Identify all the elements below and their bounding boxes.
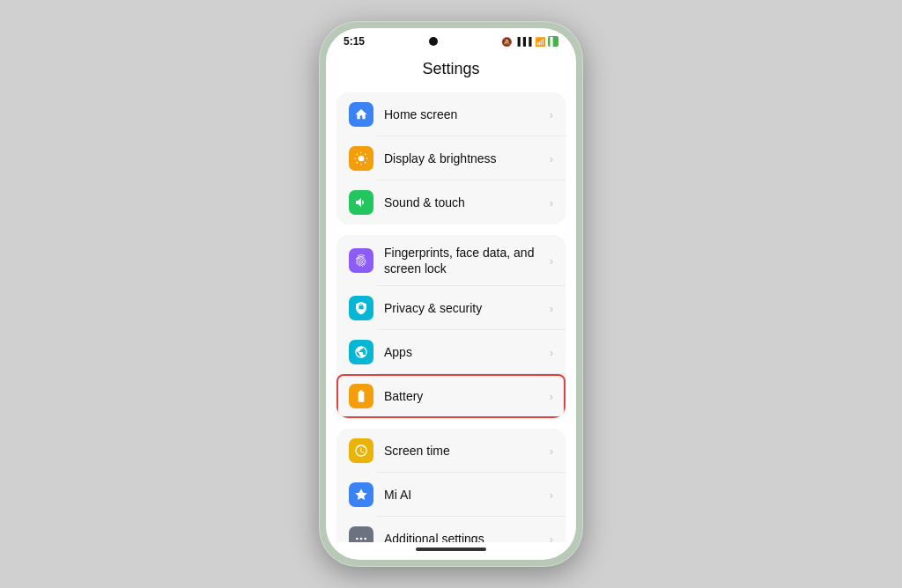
mi-ai-icon: [349, 482, 373, 507]
bottom-bar: [326, 542, 576, 560]
sound-touch-chevron: ›: [550, 196, 553, 209]
privacy-security-label: Privacy & security: [384, 300, 546, 316]
svg-marker-1: [355, 489, 366, 501]
settings-item-home-screen[interactable]: Home screen ›: [336, 92, 566, 136]
screen-time-chevron: ›: [550, 445, 553, 458]
additional-settings-chevron: ›: [550, 533, 553, 542]
settings-content: Settings Home screen › Display & brightn…: [326, 51, 576, 542]
svg-point-4: [364, 538, 366, 540]
settings-item-additional-settings[interactable]: Additional settings ›: [336, 517, 566, 542]
privacy-security-chevron: ›: [550, 302, 553, 315]
privacy-security-icon: [349, 296, 373, 320]
settings-item-mi-ai[interactable]: Mi AI ›: [336, 473, 566, 517]
apps-label: Apps: [384, 344, 546, 360]
phone-frame: 5:15 🔕 ▐▐▐ 📶 ▌ Settings Home screen ›: [319, 21, 583, 567]
settings-item-screen-time[interactable]: Screen time ›: [336, 429, 566, 473]
mi-ai-chevron: ›: [550, 489, 553, 502]
home-screen-label: Home screen: [384, 107, 546, 122]
svg-point-3: [360, 538, 363, 540]
battery-label: Battery: [384, 388, 546, 404]
apps-icon: [349, 340, 373, 364]
additional-settings-label: Additional settings: [384, 531, 546, 542]
settings-item-sound-touch[interactable]: Sound & touch ›: [336, 180, 566, 224]
mute-icon: 🔕: [501, 37, 512, 47]
menu-group-3: Screen time › Mi AI › Additional setting…: [336, 429, 566, 542]
screen-time-label: Screen time: [384, 443, 546, 459]
settings-item-privacy-security[interactable]: Privacy & security ›: [336, 286, 566, 330]
status-time: 5:15: [344, 35, 365, 48]
screen-time-icon: [349, 438, 373, 463]
battery-chevron: ›: [550, 390, 553, 403]
fingerprints-label: Fingerprints, face data, and screen lock: [384, 245, 546, 276]
page-title: Settings: [326, 51, 576, 92]
wifi-icon: 📶: [535, 37, 545, 47]
display-brightness-label: Display & brightness: [384, 151, 546, 166]
svg-point-2: [356, 538, 359, 540]
settings-item-apps[interactable]: Apps ›: [336, 330, 566, 374]
apps-chevron: ›: [550, 346, 553, 359]
phone-screen: 5:15 🔕 ▐▐▐ 📶 ▌ Settings Home screen ›: [326, 28, 576, 560]
home-screen-chevron: ›: [550, 108, 553, 121]
display-brightness-chevron: ›: [550, 152, 553, 165]
svg-point-0: [359, 156, 365, 162]
sound-touch-label: Sound & touch: [384, 195, 546, 210]
sound-touch-icon: [349, 190, 373, 215]
battery-setting-icon: [349, 384, 373, 408]
signal-icon: ▐▐▐: [514, 37, 531, 46]
fingerprints-icon: [349, 248, 373, 273]
status-icons: 🔕 ▐▐▐ 📶 ▌: [501, 36, 558, 47]
mi-ai-label: Mi AI: [384, 487, 546, 503]
camera-notch: [429, 37, 438, 46]
menu-group-2: Fingerprints, face data, and screen lock…: [336, 235, 566, 418]
menu-group-1: Home screen › Display & brightness › Sou…: [336, 92, 566, 224]
status-bar: 5:15 🔕 ▐▐▐ 📶 ▌: [326, 28, 576, 51]
home-indicator[interactable]: [416, 548, 486, 551]
display-brightness-icon: [349, 146, 373, 171]
settings-item-display-brightness[interactable]: Display & brightness ›: [336, 136, 566, 180]
settings-item-battery[interactable]: Battery ›: [336, 374, 566, 418]
home-screen-icon: [349, 102, 373, 127]
fingerprints-chevron: ›: [550, 254, 553, 268]
additional-settings-icon: [349, 526, 373, 542]
settings-item-fingerprints[interactable]: Fingerprints, face data, and screen lock…: [336, 235, 566, 286]
battery-icon: ▌: [548, 36, 558, 47]
